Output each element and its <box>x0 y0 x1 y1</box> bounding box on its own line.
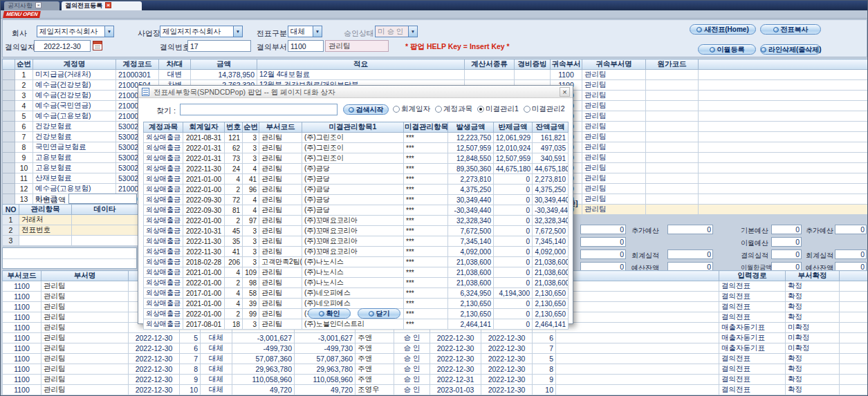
radio-open-item-2[interactable]: 미결관리2 <box>524 104 565 114</box>
cell[interactable]: 관리팀 <box>259 185 302 195</box>
cell[interactable]: 6,324,950 <box>448 288 494 299</box>
cell[interactable]: 1100 <box>551 70 582 80</box>
cell[interactable]: 2022-12-30 <box>430 364 481 375</box>
cell[interactable]: 41 <box>225 247 243 257</box>
cell[interactable]: 1 <box>15 70 33 80</box>
cell[interactable]: 2022-11-30 <box>183 247 225 257</box>
cell[interactable] <box>3 111 15 122</box>
cell[interactable] <box>3 101 15 111</box>
dept-code-input[interactable] <box>288 40 324 52</box>
cell[interactable]: 3 <box>243 247 259 257</box>
cell[interactable]: 1100 <box>3 343 41 354</box>
cell[interactable]: *** <box>404 247 448 257</box>
cell[interactable]: 관리팀 <box>582 111 646 122</box>
cell[interactable]: 승 인 <box>394 343 430 354</box>
cell[interactable]: 0 <box>494 236 533 247</box>
cell[interactable]: 승 인 <box>394 364 430 375</box>
cell[interactable]: 대체 <box>201 385 232 395</box>
cell[interactable]: 99 <box>243 309 259 319</box>
table-row[interactable]: 외상매출금2021-08-311213관리팀(주)그린조이***12,223,7… <box>144 133 569 143</box>
cell[interactable]: 0 <box>494 185 533 195</box>
cell[interactable]: 2017-01-00 <box>183 288 225 299</box>
cell[interactable]: 외상매출금 <box>144 257 183 267</box>
cell[interactable]: 2,130,650 <box>533 309 569 319</box>
cell[interactable]: 6 <box>180 343 201 354</box>
cell[interactable] <box>556 292 719 302</box>
cell[interactable]: 2022-12-30 <box>430 333 481 343</box>
calendar-icon[interactable] <box>93 41 102 50</box>
approve-select[interactable]: 미 승 인 ▼ <box>375 26 418 37</box>
cell[interactable]: 32,328,340 <box>448 216 494 226</box>
cell[interactable]: 7,672,500 <box>533 226 569 236</box>
cell[interactable]: 3 <box>243 236 259 247</box>
cell[interactable]: *** <box>404 133 448 143</box>
cell[interactable]: 관리팀 <box>259 174 302 185</box>
cell[interactable]: 2,130,650 <box>448 299 494 309</box>
table-row[interactable]: 2전표번호 <box>3 225 138 236</box>
cell[interactable]: 5 <box>180 333 201 343</box>
cell[interactable]: 12,061,929 <box>494 133 533 143</box>
cell[interactable]: 2022-12-30 <box>481 354 533 364</box>
cell[interactable]: 8 <box>533 364 556 375</box>
delete-line-button[interactable]: 라인삭제(줄삭제) <box>760 44 821 55</box>
cell[interactable] <box>3 122 15 132</box>
cell[interactable]: (주)금당 <box>302 195 404 205</box>
table-row[interactable]: 1미지급금(거래처)21000301대변14,378,95012월 4대보험료1… <box>3 70 868 80</box>
cell[interactable] <box>3 163 15 173</box>
cell[interactable]: 4 <box>243 195 259 205</box>
cell[interactable]: 2 <box>225 216 243 226</box>
cell[interactable]: 관리팀 <box>582 80 646 91</box>
cell[interactable]: *** <box>404 278 448 288</box>
cell[interactable]: 대체 <box>201 343 232 354</box>
cell[interactable] <box>465 70 515 80</box>
cell[interactable]: 예수금(건강보험) <box>33 91 116 101</box>
cell[interactable]: 1 <box>3 215 19 225</box>
cell[interactable]: 3 <box>243 133 259 143</box>
table-row[interactable]: 1100관리팀2022-12-308대체29,963,78029,963,780… <box>3 364 868 375</box>
close-icon[interactable]: × <box>35 2 41 8</box>
cell[interactable] <box>840 312 868 323</box>
cell[interactable] <box>646 80 699 91</box>
cell[interactable]: 1100 <box>3 385 41 395</box>
cell[interactable]: 1100 <box>3 323 41 333</box>
cell[interactable] <box>840 292 868 302</box>
cell[interactable]: 497,035 <box>533 143 569 153</box>
cell[interactable]: 2022-01-31 <box>183 153 225 164</box>
cell[interactable]: (주)나노시스 <box>302 278 404 288</box>
table-row[interactable]: 1100관리팀2022-12-3010대체49,72049,720조영우승 인2… <box>3 385 868 395</box>
cell[interactable]: 2022-01-00 <box>183 309 225 319</box>
cell[interactable]: 0 <box>494 205 533 216</box>
cell[interactable]: 4 <box>225 267 243 278</box>
cell[interactable]: 미확정 <box>786 333 840 343</box>
table-row[interactable]: 외상매출금2022-11-30353관리팀(주)꼬매요코리아***7,345,1… <box>144 236 569 247</box>
cell[interactable]: (주)나노시스 <box>302 257 404 267</box>
cell[interactable]: 2017-08-01 <box>183 319 225 330</box>
cell[interactable]: 110,058,960 <box>295 375 355 385</box>
cell[interactable]: 13 <box>15 194 33 205</box>
cell[interactable]: 관리팀 <box>582 163 646 173</box>
cell[interactable]: 확정 <box>786 281 840 292</box>
cell[interactable]: 4 <box>225 288 243 299</box>
cell[interactable]: 고용보험료 <box>33 163 116 173</box>
cell[interactable]: 11 <box>15 173 33 184</box>
cell[interactable] <box>3 91 15 101</box>
budget-field[interactable] <box>835 225 867 234</box>
cell[interactable]: 대변 <box>159 70 191 80</box>
cell[interactable]: (주)노블인더스트리 <box>302 319 404 330</box>
cell[interactable]: 관리팀 <box>259 216 302 226</box>
bizplace-select[interactable]: 제일저지주식회사 ▼ <box>160 26 243 37</box>
cell[interactable] <box>840 375 868 385</box>
cell[interactable]: *** <box>404 319 448 330</box>
cell[interactable]: 12,507,959 <box>448 143 494 153</box>
cell[interactable]: 10 <box>180 385 201 395</box>
cell[interactable]: 12월 4대보험료 <box>257 70 465 80</box>
cell[interactable]: 외상매출금 <box>144 247 183 257</box>
cell[interactable]: 외상매출금 <box>144 236 183 247</box>
cell[interactable]: 0 <box>494 247 533 257</box>
cell[interactable] <box>840 343 868 354</box>
cell[interactable]: 2,464,141 <box>533 319 569 330</box>
cell[interactable]: 0 <box>494 216 533 226</box>
cell[interactable] <box>840 302 868 312</box>
cell[interactable]: 관리팀 <box>41 292 129 302</box>
cell[interactable]: 매출자동기표 <box>719 323 786 333</box>
